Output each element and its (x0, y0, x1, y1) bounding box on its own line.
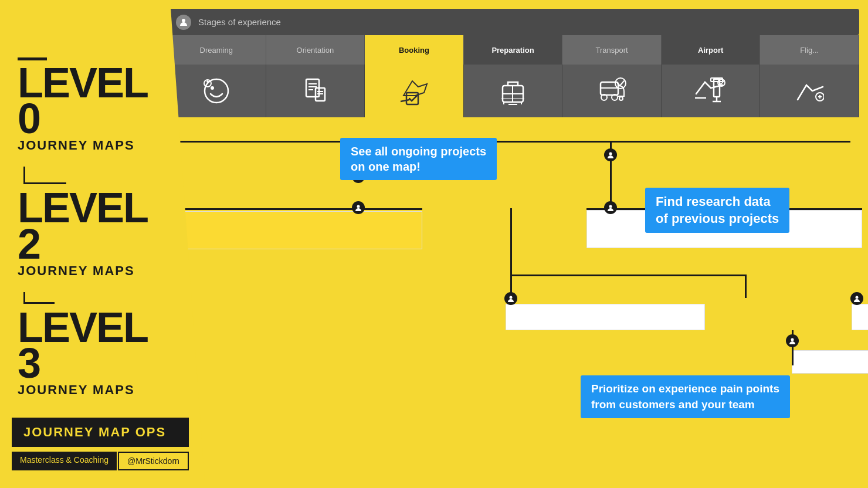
level3-user-bl (504, 292, 517, 305)
callout-find-line1: Find research data (656, 194, 779, 211)
level3-section: LEVEL 3 JOURNEY MAPS (18, 310, 170, 398)
level2-user-prep (604, 148, 617, 161)
tab-flight[interactable]: Flig... (760, 35, 859, 65)
level3-card-bl (506, 304, 705, 330)
icon-flight (760, 65, 859, 117)
callout-prioritize: Prioritize on experience pain points fro… (581, 375, 790, 418)
masterclass-link[interactable]: Masterclass & Coaching (12, 452, 117, 470)
level0-subtitle: JOURNEY MAPS (18, 138, 170, 153)
level3-deep-card (792, 350, 868, 374)
icons-row (167, 65, 859, 117)
svg-point-33 (609, 152, 612, 155)
level2-user-left (352, 201, 365, 214)
connector-vert (23, 167, 25, 184)
icon-orientation (266, 65, 365, 117)
level0-hline (176, 141, 850, 143)
tab-booking[interactable]: Booking (365, 35, 464, 65)
callout-find-research: Find research data of previous projects (645, 188, 789, 233)
level3-vline3 (745, 274, 747, 298)
connector-2-3 (18, 292, 170, 304)
top-bar: Stages of experience (167, 9, 859, 35)
callout-prioritize-line2: from customers and your team (591, 397, 779, 413)
main-area: Stages of experience Dreaming Orientatio… (158, 0, 868, 488)
callout-see-all: See all ongoing projects on one map! (340, 138, 497, 180)
ops-label: JOURNEY MAP OPS (23, 425, 166, 439)
svg-point-36 (856, 296, 859, 299)
top-bar-title: Stages of experience (198, 17, 281, 27)
level2-subtitle: JOURNEY MAPS (18, 263, 170, 279)
icon-preparation (464, 65, 563, 117)
tab-preparation[interactable]: Preparation (464, 35, 563, 65)
level3-hline-bottom (510, 274, 745, 276)
tab-transport[interactable]: Transport (562, 35, 662, 65)
level2-title: LEVEL 2 (18, 190, 170, 262)
svg-point-32 (357, 205, 360, 208)
svg-point-37 (791, 338, 794, 341)
bottom-links: Masterclass & Coaching @MrStickdorn (12, 452, 189, 470)
level3-deep-user (786, 334, 799, 347)
callout-see-all-line1: See all ongoing projects (351, 144, 486, 159)
bottom-left-section: JOURNEY MAP OPS Masterclass & Coaching @… (12, 418, 189, 470)
icon-booking (365, 65, 464, 117)
stages-bar: Dreaming Orientation Booking Preparation… (167, 35, 859, 65)
icon-transport (562, 65, 662, 117)
level3-card-br (852, 304, 868, 330)
left-panel: LEVEL 0 JOURNEY MAPS LEVEL 2 JOURNEY MAP… (0, 0, 170, 488)
level3-user-br (850, 292, 863, 305)
ops-box[interactable]: JOURNEY MAP OPS (12, 418, 189, 447)
level2-user-right (604, 201, 617, 214)
level0-section: LEVEL 0 JOURNEY MAPS (18, 57, 170, 153)
svg-point-4 (206, 80, 209, 83)
level3-title: LEVEL 3 (18, 310, 170, 381)
level3-vline1 (510, 208, 512, 276)
callout-find-line2: of previous projects (656, 211, 779, 228)
level0-title: LEVEL 0 (18, 65, 170, 137)
svg-point-1 (205, 79, 228, 103)
connector-0-2 (18, 167, 170, 184)
level2-section: LEVEL 2 JOURNEY MAPS (18, 190, 170, 278)
svg-point-35 (510, 296, 513, 299)
svg-point-2 (211, 86, 214, 90)
svg-point-21 (615, 78, 626, 89)
svg-rect-12 (406, 93, 418, 104)
tab-orientation[interactable]: Orientation (266, 35, 365, 65)
level3-subtitle: JOURNEY MAPS (18, 382, 170, 398)
level2-hline-left (176, 208, 422, 210)
svg-point-34 (609, 205, 612, 208)
icon-airport (662, 65, 761, 117)
mrstickdorn-link[interactable]: @MrStickdorn (118, 452, 189, 470)
callout-prioritize-line1: Prioritize on experience pain points (591, 381, 779, 397)
svg-point-20 (619, 97, 623, 100)
callout-see-all-line2: on one map! (351, 159, 486, 174)
tab-airport[interactable]: Airport (662, 35, 761, 65)
level2-card-left (179, 211, 422, 249)
